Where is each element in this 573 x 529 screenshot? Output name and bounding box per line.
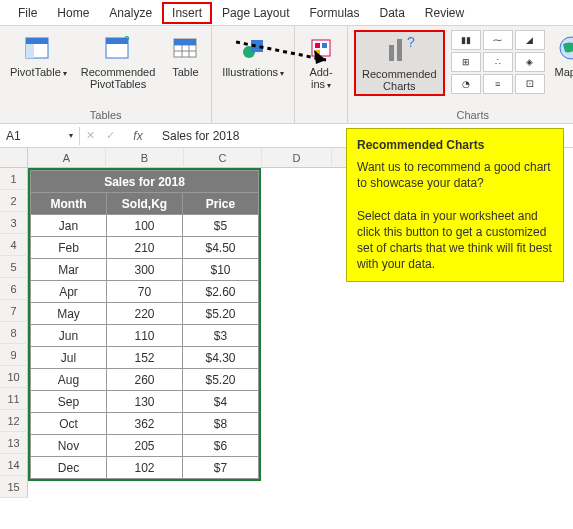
svg-rect-2 bbox=[26, 44, 34, 58]
row-header-2[interactable]: 2 bbox=[0, 190, 28, 212]
pivottable-button[interactable]: PivotTable bbox=[6, 30, 71, 82]
chart-type-column-icon[interactable]: ▮▮ bbox=[451, 30, 481, 50]
cell[interactable]: $5.20 bbox=[183, 369, 259, 391]
row-header-15[interactable]: 15 bbox=[0, 476, 28, 498]
cell[interactable]: 152 bbox=[107, 347, 183, 369]
cell[interactable]: 362 bbox=[107, 413, 183, 435]
cell[interactable]: 300 bbox=[107, 259, 183, 281]
cell[interactable]: Aug bbox=[31, 369, 107, 391]
table-row: Dec102$7 bbox=[31, 457, 259, 479]
recommended-pivottables-button[interactable]: ? Recommended PivotTables bbox=[77, 30, 160, 92]
table-row: Feb210$4.50 bbox=[31, 237, 259, 259]
row-header-13[interactable]: 13 bbox=[0, 432, 28, 454]
cell[interactable]: 100 bbox=[107, 215, 183, 237]
cell[interactable]: Feb bbox=[31, 237, 107, 259]
chart-type-area-icon[interactable]: ◢ bbox=[515, 30, 545, 50]
selected-range[interactable]: Sales for 2018 MonthSold,KgPrice Jan100$… bbox=[28, 168, 261, 481]
row-header-6[interactable]: 6 bbox=[0, 278, 28, 300]
row-header-4[interactable]: 4 bbox=[0, 234, 28, 256]
table-row: Oct362$8 bbox=[31, 413, 259, 435]
table-button[interactable]: Table bbox=[165, 30, 205, 80]
maps-button[interactable]: Maps bbox=[551, 30, 573, 82]
row-header-9[interactable]: 9 bbox=[0, 344, 28, 366]
row-header-3[interactable]: 3 bbox=[0, 212, 28, 234]
fx-icon[interactable]: fx bbox=[120, 129, 156, 143]
cell[interactable]: Apr bbox=[31, 281, 107, 303]
column-header-a[interactable]: A bbox=[28, 148, 106, 168]
tab-home[interactable]: Home bbox=[47, 2, 99, 24]
svg-line-22 bbox=[236, 42, 326, 60]
select-all-corner[interactable] bbox=[0, 148, 28, 168]
cell[interactable]: $5.20 bbox=[183, 303, 259, 325]
row-header-11[interactable]: 11 bbox=[0, 388, 28, 410]
cell[interactable]: Sep bbox=[31, 391, 107, 413]
cell[interactable]: $6 bbox=[183, 435, 259, 457]
chart-type-combo-icon[interactable]: ⚀ bbox=[515, 74, 545, 94]
row-header-1[interactable]: 1 bbox=[0, 168, 28, 190]
chart-type-bar-icon[interactable]: ≡ bbox=[483, 74, 513, 94]
chart-type-pie-icon[interactable]: ◔ bbox=[451, 74, 481, 94]
tooltip-text-1: Want us to recommend a good chart to sho… bbox=[357, 159, 553, 191]
cell[interactable]: $4.50 bbox=[183, 237, 259, 259]
formula-input[interactable]: Sales for 2018 bbox=[156, 127, 245, 145]
cell[interactable]: 220 bbox=[107, 303, 183, 325]
row-header-14[interactable]: 14 bbox=[0, 454, 28, 476]
cell[interactable]: 102 bbox=[107, 457, 183, 479]
recommended-charts-button[interactable]: ? Recommended Charts bbox=[354, 30, 445, 96]
cell[interactable]: 70 bbox=[107, 281, 183, 303]
cell[interactable]: $8 bbox=[183, 413, 259, 435]
cell[interactable]: Jun bbox=[31, 325, 107, 347]
pivottable-label: PivotTable bbox=[10, 66, 67, 80]
cell[interactable]: Mar bbox=[31, 259, 107, 281]
cell[interactable]: Oct bbox=[31, 413, 107, 435]
row-header-7[interactable]: 7 bbox=[0, 300, 28, 322]
cell[interactable]: Nov bbox=[31, 435, 107, 457]
row-header-5[interactable]: 5 bbox=[0, 256, 28, 278]
tab-insert[interactable]: Insert bbox=[162, 2, 212, 24]
cell[interactable]: 205 bbox=[107, 435, 183, 457]
cell[interactable]: $10 bbox=[183, 259, 259, 281]
svg-rect-1 bbox=[26, 38, 48, 44]
tab-data[interactable]: Data bbox=[369, 2, 414, 24]
tab-review[interactable]: Review bbox=[415, 2, 474, 24]
chart-type-surface-icon[interactable]: ◈ bbox=[515, 52, 545, 72]
cell[interactable]: $5 bbox=[183, 215, 259, 237]
cell[interactable]: Jul bbox=[31, 347, 107, 369]
tooltip: Recommended Charts Want us to recommend … bbox=[346, 128, 564, 282]
group-tables: PivotTable ? Recommended PivotTables Tab… bbox=[0, 26, 212, 123]
cell[interactable]: 110 bbox=[107, 325, 183, 347]
cell[interactable]: $7 bbox=[183, 457, 259, 479]
row-header-12[interactable]: 12 bbox=[0, 410, 28, 432]
cell[interactable]: 210 bbox=[107, 237, 183, 259]
table-row: Jan100$5 bbox=[31, 215, 259, 237]
cell[interactable]: $4.30 bbox=[183, 347, 259, 369]
chart-gallery: ▮▮ ⁓ ◢ ⊞ ∴ ◈ ◔ ≡ ⚀ bbox=[451, 30, 545, 94]
cell[interactable]: 130 bbox=[107, 391, 183, 413]
row-header-10[interactable]: 10 bbox=[0, 366, 28, 388]
cell[interactable]: $4 bbox=[183, 391, 259, 413]
cell[interactable]: $3 bbox=[183, 325, 259, 347]
chart-type-scatter-icon[interactable]: ∴ bbox=[483, 52, 513, 72]
tab-page-layout[interactable]: Page Layout bbox=[212, 2, 299, 24]
column-header-b[interactable]: B bbox=[106, 148, 184, 168]
cell[interactable]: Dec bbox=[31, 457, 107, 479]
tab-analyze[interactable]: Analyze bbox=[99, 2, 162, 24]
table-row: Aug260$5.20 bbox=[31, 369, 259, 391]
tab-file[interactable]: File bbox=[8, 2, 47, 24]
name-box[interactable]: A1▾ bbox=[0, 127, 80, 145]
recommended-pivottables-icon: ? bbox=[102, 32, 134, 64]
row-header-8[interactable]: 8 bbox=[0, 322, 28, 344]
cell[interactable]: Jan bbox=[31, 215, 107, 237]
chart-type-line-icon[interactable]: ⁓ bbox=[483, 30, 513, 50]
tab-formulas[interactable]: Formulas bbox=[299, 2, 369, 24]
column-header-c[interactable]: C bbox=[184, 148, 262, 168]
column-header-d[interactable]: D bbox=[262, 148, 332, 168]
cell[interactable]: $2.60 bbox=[183, 281, 259, 303]
chart-type-hierarchy-icon[interactable]: ⊞ bbox=[451, 52, 481, 72]
cell[interactable]: 260 bbox=[107, 369, 183, 391]
cell[interactable]: May bbox=[31, 303, 107, 325]
table-row: Apr70$2.60 bbox=[31, 281, 259, 303]
svg-marker-23 bbox=[314, 50, 326, 64]
table-icon bbox=[169, 32, 201, 64]
addins-label: Add- ins bbox=[309, 66, 332, 92]
